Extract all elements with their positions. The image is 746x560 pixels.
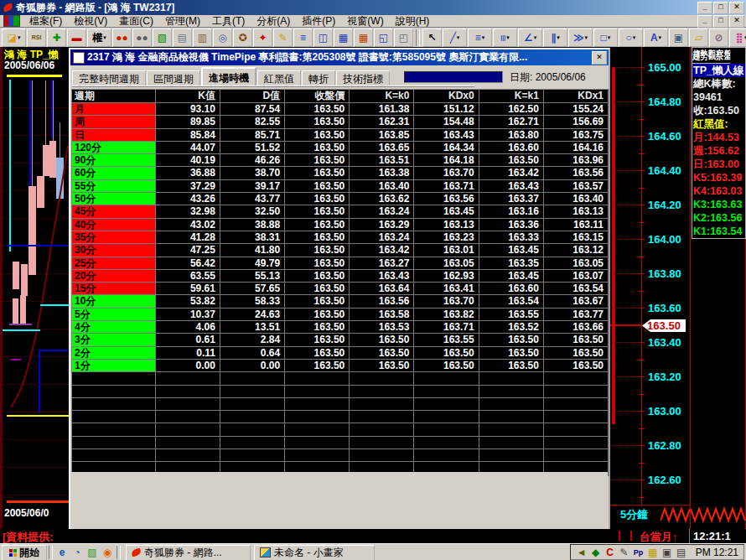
- line-tool-icon[interactable]: ╱▾: [443, 29, 467, 47]
- pages-icon[interactable]: ▤: [173, 29, 192, 47]
- ie-icon[interactable]: e: [54, 546, 70, 559]
- menu-H[interactable]: 說明(H): [390, 14, 436, 29]
- trendlines-tool-icon[interactable]: ≡▾: [468, 29, 492, 47]
- search-doc-icon[interactable]: ◎: [213, 29, 232, 47]
- rights-button[interactable]: 權▾: [87, 29, 111, 47]
- empty-cell: [156, 449, 220, 462]
- volume-icon[interactable]: ◄: [576, 546, 588, 559]
- vlines-tool-icon[interactable]: |||▾: [493, 29, 517, 47]
- menu-F[interactable]: 檔案(F): [23, 14, 68, 29]
- erase-all-icon[interactable]: ⊘: [709, 29, 728, 47]
- menu-M[interactable]: 管理(M): [159, 14, 206, 29]
- copy-icon[interactable]: ▣: [669, 29, 688, 47]
- dialog-close-button[interactable]: ✕: [592, 51, 607, 65]
- printer-icon[interactable]: ▤: [676, 546, 687, 559]
- purple-dash: [9, 324, 32, 325]
- fan-tool-icon[interactable]: ∠▾: [518, 29, 542, 47]
- timeframe-tab[interactable]: 5分鐘: [620, 507, 648, 522]
- rect-tool-icon[interactable]: □▾: [593, 29, 618, 47]
- globe-pointer-icon[interactable]: ✪: [233, 29, 252, 47]
- antivirus-icon[interactable]: ◆: [590, 546, 602, 559]
- blue-hline: [40, 350, 71, 351]
- red-lights-icon[interactable]: ●●: [112, 29, 132, 47]
- network-error-icon[interactable]: ▣: [661, 546, 673, 559]
- text-tool-icon[interactable]: A▾: [644, 29, 668, 47]
- channel-tool-icon[interactable]: ∥▾: [543, 29, 567, 47]
- chart-window-gray-icon[interactable]: ◰: [394, 29, 413, 47]
- restore-button[interactable]: □: [713, 2, 728, 14]
- eraser-icon[interactable]: ▱: [689, 29, 708, 47]
- dialog-title-bar[interactable]: 2317 鴻 海 金融商品檢視儀 TimePipe 專利證書:第205308號 …: [70, 49, 609, 65]
- chart-window-red-icon[interactable]: ▦: [354, 29, 373, 47]
- book-icon[interactable]: ▥: [193, 29, 212, 47]
- table-row-120分: 120分44.0751.52163.50163.65164.34163.6016…: [72, 142, 609, 154]
- dropdown-arrow-icon[interactable]: ▾: [534, 34, 537, 41]
- binoculars-icon[interactable]: ●●: [132, 29, 152, 47]
- chart-window-blue-icon[interactable]: ▦: [334, 29, 353, 47]
- period-cell: 60分: [72, 167, 156, 179]
- menu-W[interactable]: 視窗(W): [341, 14, 389, 29]
- alarm-bell-icon[interactable]: ✦: [253, 29, 272, 47]
- menu-T[interactable]: 工具(T): [206, 14, 251, 29]
- dropdown-arrow-icon[interactable]: ▾: [608, 34, 611, 41]
- dropdown-arrow-icon[interactable]: ▾: [457, 34, 460, 41]
- empty-row: [72, 423, 609, 436]
- child-close-button[interactable]: ✕: [729, 15, 744, 28]
- tab-5[interactable]: 技術指標: [336, 70, 390, 87]
- period-cell: 1分: [72, 360, 156, 372]
- dropdown-arrow-icon[interactable]: ▾: [103, 34, 106, 41]
- table-row-90分: 90分40.1946.26163.50163.51164.18163.50163…: [72, 154, 609, 167]
- empty-row: [72, 411, 609, 423]
- editor-icon[interactable]: ▧: [85, 546, 100, 559]
- child-restore-button[interactable]: □: [713, 15, 728, 28]
- zoom-in-icon[interactable]: ✚: [47, 29, 66, 47]
- open-folder-icon[interactable]: ◪▾: [2, 29, 26, 47]
- dropdown-arrow-icon[interactable]: ▾: [585, 34, 588, 41]
- menu-V[interactable]: 檢視(V): [68, 14, 113, 29]
- brush-icon[interactable]: ✎: [273, 29, 293, 47]
- dropdown-arrow-icon[interactable]: ▾: [659, 34, 662, 41]
- menu-items: 檔案(F)檢視(V)畫面(C)管理(M)工具(T)分析(A)插件(P)視窗(W)…: [23, 14, 435, 29]
- ellipse-tool-icon[interactable]: ○▾: [619, 29, 643, 47]
- minimize-button[interactable]: _: [697, 2, 712, 14]
- dropdown-arrow-icon[interactable]: ▾: [506, 34, 510, 41]
- columns-icon[interactable]: ◫: [313, 29, 333, 47]
- mail-icon[interactable]: ◔: [70, 546, 85, 559]
- dropdown-arrow-icon[interactable]: ▾: [482, 34, 485, 41]
- zoom-out-icon[interactable]: ▬: [67, 29, 86, 47]
- tab-4[interactable]: 轉折: [302, 70, 335, 87]
- start-button[interactable]: 開始: [2, 545, 47, 560]
- pen-icon[interactable]: ✎: [619, 546, 630, 559]
- cursor-icon[interactable]: ↖: [422, 29, 442, 47]
- menu-P[interactable]: 插件(P): [296, 14, 341, 29]
- hatch-tool-icon[interactable]: ≫▾: [568, 29, 593, 47]
- child-minimize-button[interactable]: _: [697, 15, 712, 28]
- task-button-paint[interactable]: 未命名 - 小畫家: [254, 545, 375, 560]
- media-player-icon[interactable]: ◉: [100, 546, 115, 559]
- 3d-chart-icon[interactable]: ▧: [153, 29, 172, 47]
- task-button-qihu[interactable]: 奇狐勝券 - 網路...: [126, 545, 251, 560]
- axis-tick: [639, 360, 645, 360]
- tab-0[interactable]: 完整時間週期: [72, 70, 146, 87]
- menu-A[interactable]: 分析(A): [251, 14, 296, 29]
- close-button[interactable]: ✕: [729, 2, 744, 14]
- value-cell: 163.40: [350, 180, 414, 193]
- pp-icon[interactable]: Pp: [633, 546, 645, 559]
- rsi-icon[interactable]: RSI: [27, 29, 46, 47]
- hbars-icon[interactable]: ≡: [293, 29, 313, 47]
- chart-window-small-icon[interactable]: ◱: [374, 29, 393, 47]
- empty-cell: [479, 423, 544, 436]
- tab-1[interactable]: 區間週期: [147, 70, 200, 87]
- menu-C[interactable]: 畫面(C): [113, 14, 159, 29]
- tab-2[interactable]: 進場時機: [201, 67, 256, 87]
- value-cell: 163.52: [479, 321, 544, 334]
- colors-icon[interactable]: ⣿▾: [729, 29, 746, 47]
- c-app-icon[interactable]: C: [604, 546, 616, 559]
- dropdown-arrow-icon[interactable]: ▾: [18, 34, 21, 41]
- tab-3[interactable]: 紅黑值: [257, 70, 301, 87]
- value-cell: 163.45: [414, 205, 479, 218]
- display-icon[interactable]: ▦: [647, 546, 659, 559]
- dropdown-arrow-icon[interactable]: ▾: [557, 34, 560, 41]
- dropdown-arrow-icon[interactable]: ▾: [633, 34, 636, 41]
- empty-cell: [156, 437, 220, 449]
